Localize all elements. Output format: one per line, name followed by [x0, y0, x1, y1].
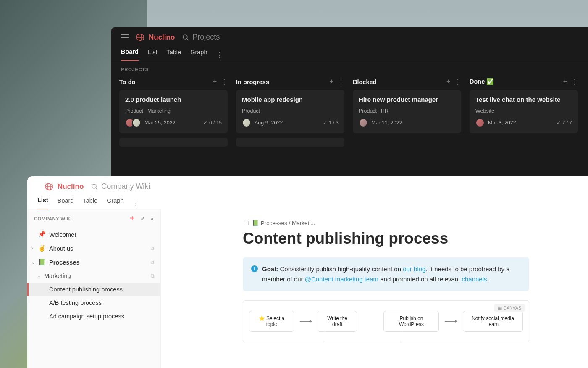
card-progress: ✓0 / 15 — [203, 120, 222, 126]
expand-icon[interactable]: ⤢ — [141, 216, 145, 222]
chevron-down-icon[interactable]: ⌄ — [32, 260, 37, 265]
tab-board[interactable]: Board — [121, 48, 139, 61]
copy-icon[interactable]: ⧉ — [151, 259, 155, 265]
search-icon — [182, 34, 189, 41]
diagram-node[interactable]: Publish on WordPress — [383, 311, 439, 332]
view-tabs: List Board Table Graph ⋮ — [27, 193, 588, 209]
board-columns: To do +⋮ 2.0 product launch ProductMarke… — [111, 76, 588, 147]
brand-text: Nuclino — [58, 183, 84, 191]
search-field[interactable]: Projects — [182, 33, 220, 42]
avatar-stack — [242, 118, 251, 127]
tab-table[interactable]: Table — [83, 197, 97, 209]
column-more-icon[interactable]: ⋮ — [338, 78, 344, 86]
card[interactable]: Hire new product manager ProductHR Mar 1… — [353, 90, 461, 133]
copy-icon[interactable]: ⧉ — [151, 273, 155, 279]
card-stub[interactable] — [236, 138, 344, 147]
chevron-right-icon[interactable]: › — [32, 246, 37, 251]
card[interactable]: Mobile app redesign Product Aug 9, 2022 … — [236, 90, 344, 133]
diagram-node[interactable]: Notify social media team — [463, 311, 523, 332]
card-tags: ProductHR — [359, 108, 455, 114]
breadcrumb-text: 📗 Processes / Marketi... — [252, 220, 315, 226]
tree-item-welcome[interactable]: 📌Welcome! — [27, 228, 160, 241]
tree-item-marketing[interactable]: ⌄Marketing ⧉ — [27, 269, 160, 283]
arrow-down-icon — [401, 332, 401, 340]
goal-label: Goal: — [262, 265, 278, 273]
column-in-progress: In progress +⋮ Mobile app redesign Produ… — [236, 76, 344, 147]
more-icon[interactable]: ⋮ — [216, 51, 223, 58]
collapse-sidebar-icon[interactable]: « — [151, 216, 154, 221]
projects-board-window: Nuclino Projects Board List Table Graph … — [111, 27, 588, 176]
tab-table[interactable]: Table — [166, 49, 181, 61]
column-title: In progress — [236, 79, 269, 85]
card-date: Mar 25, 2022 — [144, 120, 176, 126]
copy-icon[interactable]: ⧉ — [151, 246, 155, 252]
arrow-down-icon — [323, 332, 323, 340]
svg-point-2 — [92, 184, 96, 188]
arrow-right-icon — [445, 321, 457, 322]
avatar-stack — [125, 118, 141, 127]
search-label: Projects — [192, 33, 220, 42]
tree-item-ad-campaign[interactable]: Ad campaign setup process — [27, 310, 160, 323]
info-icon: i — [251, 265, 258, 272]
diagram-node[interactable]: ⭐ Select a topic — [249, 311, 294, 332]
card-date: Mar 3, 2022 — [488, 120, 516, 126]
link-our-blog[interactable]: our blog — [403, 265, 425, 273]
link-channels[interactable]: channels — [462, 275, 487, 283]
chevron-down-icon[interactable]: ⌄ — [37, 274, 42, 278]
more-icon[interactable]: ⋮ — [133, 200, 139, 207]
section-label: PROJECTS — [111, 61, 588, 76]
card-title: Test live chat on the website — [475, 96, 572, 103]
checklist-icon: ✓ — [203, 120, 207, 126]
column-more-icon[interactable]: ⋮ — [454, 78, 461, 86]
pin-icon: 📌 — [38, 231, 46, 238]
tab-board[interactable]: Board — [58, 197, 74, 209]
canvas-badge: ▦CANVAS — [494, 304, 525, 312]
svg-point-0 — [183, 35, 187, 39]
tab-list[interactable]: List — [37, 197, 48, 209]
avatar-stack — [359, 118, 368, 127]
tree-item-ab-testing[interactable]: A/B testing process — [27, 296, 160, 310]
tree-item-about[interactable]: ›✌️About us ⧉ — [27, 241, 160, 255]
tree-item-content-publishing[interactable]: Content publishing process — [27, 283, 160, 296]
column-title: Blocked — [353, 79, 376, 85]
add-page-icon[interactable]: + — [130, 214, 135, 223]
add-card-icon[interactable]: + — [213, 78, 217, 86]
checkbox-icon[interactable] — [244, 221, 249, 225]
brand-logo[interactable]: Nuclino — [136, 33, 175, 42]
diagram-node[interactable]: Write the draft — [318, 311, 357, 332]
tab-graph[interactable]: Graph — [190, 49, 207, 61]
menu-icon[interactable] — [121, 34, 129, 40]
card-tags: ProductMarketing — [125, 108, 222, 114]
brand-logo[interactable]: Nuclino — [45, 183, 84, 191]
card-tags: Product — [242, 108, 339, 114]
breadcrumb[interactable]: 📗 Processes / Marketi... — [244, 220, 571, 226]
brain-icon — [45, 183, 55, 191]
canvas-diagram[interactable]: ▦CANVAS ⭐ Select a topic Write the draft… — [243, 300, 529, 342]
column-more-icon[interactable]: ⋮ — [571, 78, 578, 86]
column-todo: To do +⋮ 2.0 product launch ProductMarke… — [119, 76, 228, 147]
tab-list[interactable]: List — [148, 49, 158, 61]
search-label: Company Wiki — [101, 182, 150, 191]
add-card-icon[interactable]: + — [446, 78, 450, 86]
column-more-icon[interactable]: ⋮ — [221, 78, 228, 86]
card-title: 2.0 product launch — [125, 96, 222, 103]
page-content: 📗 Processes / Marketi... Content publish… — [161, 209, 588, 368]
company-wiki-window: Nuclino Company Wiki List Board Table Gr… — [27, 176, 588, 368]
link-content-team[interactable]: @Content marketing team — [305, 275, 378, 283]
goal-callout: i Goal: Consistently publish high-qualit… — [243, 257, 529, 291]
card[interactable]: Test live chat on the website Website Ma… — [470, 90, 578, 133]
card-stub[interactable] — [119, 138, 228, 147]
card-date: Aug 9, 2022 — [255, 120, 283, 126]
column-title: Done ✅ — [470, 78, 494, 85]
tree-item-processes[interactable]: ⌄📗Processes ⧉ — [27, 255, 160, 269]
checklist-icon: ✓ — [323, 120, 327, 126]
card[interactable]: 2.0 product launch ProductMarketing Mar … — [119, 90, 228, 133]
brand-text: Nuclino — [149, 33, 175, 42]
search-field[interactable]: Company Wiki — [91, 182, 150, 191]
add-card-icon[interactable]: + — [563, 78, 567, 86]
svg-line-1 — [187, 39, 189, 40]
dark-titlebar: Nuclino Projects — [111, 27, 588, 45]
add-card-icon[interactable]: + — [330, 78, 333, 86]
view-tabs: Board List Table Graph ⋮ — [111, 45, 588, 61]
tab-graph[interactable]: Graph — [107, 197, 123, 209]
